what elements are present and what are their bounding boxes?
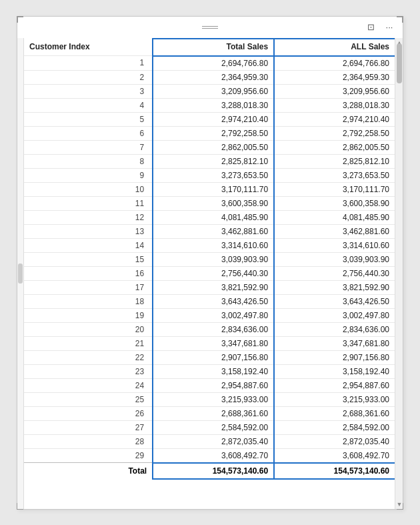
- table-row: 72,862,005.502,862,005.50: [24, 140, 395, 154]
- cell-total-sales: 2,907,156.80: [153, 350, 274, 364]
- table-row: 22,364,959.302,364,959.30: [24, 70, 395, 84]
- cell-total-sales: 2,825,812.10: [153, 154, 274, 168]
- cell-all-sales: 2,694,766.80: [274, 56, 395, 71]
- table-row: 293,608,492.703,608,492.70: [24, 448, 395, 463]
- table-row: 133,462,881.603,462,881.60: [24, 224, 395, 238]
- cell-all-sales: 3,002,497.80: [274, 308, 395, 322]
- table-row: 52,974,210.402,974,210.40: [24, 112, 395, 126]
- table-row: 124,081,485.904,081,485.90: [24, 210, 395, 224]
- table-row: 82,825,812.102,825,812.10: [24, 154, 395, 168]
- footer-all-sales: 154,573,140.60: [274, 463, 395, 479]
- cell-total-sales: 3,273,653.50: [153, 168, 274, 182]
- table-row: 262,688,361.602,688,361.60: [24, 406, 395, 420]
- cell-index: 10: [24, 182, 153, 196]
- cell-total-sales: 2,974,210.40: [153, 112, 274, 126]
- more-options-icon[interactable]: ···: [383, 21, 396, 34]
- cell-total-sales: 3,158,192.40: [153, 364, 274, 378]
- table-row: 62,792,258.502,792,258.50: [24, 126, 395, 140]
- cell-total-sales: 3,215,933.00: [153, 392, 274, 406]
- cell-index: 1: [24, 56, 153, 71]
- scroll-down-icon[interactable]: ▼: [396, 501, 403, 508]
- vertical-scrollbar[interactable]: ▲ ▼: [395, 38, 403, 509]
- table-row: 272,584,592.002,584,592.00: [24, 420, 395, 434]
- cell-all-sales: 3,821,592.90: [274, 280, 395, 294]
- cell-total-sales: 3,608,492.70: [153, 448, 274, 463]
- cell-index: 5: [24, 112, 153, 126]
- cell-all-sales: 2,862,005.50: [274, 140, 395, 154]
- cell-all-sales: 2,834,636.00: [274, 322, 395, 336]
- cell-total-sales: 4,081,485.90: [153, 210, 274, 224]
- cell-index: 12: [24, 210, 153, 224]
- cell-all-sales: 3,158,192.40: [274, 364, 395, 378]
- cell-total-sales: 3,002,497.80: [153, 308, 274, 322]
- cell-index: 9: [24, 168, 153, 182]
- cell-index: 21: [24, 336, 153, 350]
- table-row: 233,158,192.403,158,192.40: [24, 364, 395, 378]
- cell-all-sales: 3,209,956.60: [274, 84, 395, 98]
- cell-index: 2: [24, 70, 153, 84]
- table-row: 173,821,592.903,821,592.90: [24, 280, 395, 294]
- table-row: 222,907,156.802,907,156.80: [24, 350, 395, 364]
- cell-index: 23: [24, 364, 153, 378]
- cell-all-sales: 2,825,812.10: [274, 154, 395, 168]
- toolbar-actions: ⊡ ···: [364, 21, 396, 34]
- cell-all-sales: 2,364,959.30: [274, 70, 395, 84]
- cell-total-sales: 2,584,592.00: [153, 420, 274, 434]
- cell-total-sales: 3,288,018.30: [153, 98, 274, 112]
- table-row: 103,170,111.703,170,111.70: [24, 182, 395, 196]
- toolbar: ⊡ ···: [17, 17, 403, 38]
- cell-all-sales: 3,273,653.50: [274, 168, 395, 182]
- cell-all-sales: 3,039,903.90: [274, 252, 395, 266]
- drag-handle[interactable]: [201, 26, 219, 29]
- cell-all-sales: 2,756,440.30: [274, 266, 395, 280]
- data-table: Customer Index Total Sales ALL Sales 12,…: [24, 38, 396, 480]
- drag-handle-area[interactable]: [201, 26, 219, 29]
- cell-index: 29: [24, 448, 153, 463]
- cell-total-sales: 2,834,636.00: [153, 322, 274, 336]
- cell-all-sales: 2,688,361.60: [274, 406, 395, 420]
- cell-index: 4: [24, 98, 153, 112]
- scroll-thumb[interactable]: [397, 43, 402, 83]
- cell-total-sales: 2,954,887.60: [153, 378, 274, 392]
- table-row: 202,834,636.002,834,636.00: [24, 322, 395, 336]
- expand-icon[interactable]: ⊡: [364, 21, 377, 34]
- cell-all-sales: 3,314,610.60: [274, 238, 395, 252]
- cell-total-sales: 3,039,903.90: [153, 252, 274, 266]
- cell-index: 20: [24, 322, 153, 336]
- table-row: 282,872,035.402,872,035.40: [24, 434, 395, 448]
- cell-total-sales: 2,756,440.30: [153, 266, 274, 280]
- table-row: 143,314,610.603,314,610.60: [24, 238, 395, 252]
- cell-index: 25: [24, 392, 153, 406]
- table-footer-row: Total 154,573,140.60 154,573,140.60: [24, 463, 395, 479]
- cell-all-sales: 2,584,592.00: [274, 420, 395, 434]
- cell-all-sales: 4,081,485.90: [274, 210, 395, 224]
- cell-all-sales: 2,974,210.40: [274, 112, 395, 126]
- cell-all-sales: 3,170,111.70: [274, 182, 395, 196]
- cell-index: 19: [24, 308, 153, 322]
- footer-label: Total: [24, 463, 153, 479]
- cell-all-sales: 2,792,258.50: [274, 126, 395, 140]
- cell-total-sales: 3,462,881.60: [153, 224, 274, 238]
- cell-total-sales: 2,872,035.40: [153, 434, 274, 448]
- cell-index: 13: [24, 224, 153, 238]
- table-row: 93,273,653.503,273,653.50: [24, 168, 395, 182]
- cell-index: 14: [24, 238, 153, 252]
- cell-index: 17: [24, 280, 153, 294]
- cell-index: 11: [24, 196, 153, 210]
- table-row: 43,288,018.303,288,018.30: [24, 98, 395, 112]
- cell-all-sales: 2,954,887.60: [274, 378, 395, 392]
- table-container: Customer Index Total Sales ALL Sales 12,…: [17, 38, 403, 509]
- main-panel: ⊡ ··· Customer Index Total Sales ALL Sal…: [17, 16, 403, 510]
- left-resize-handle[interactable]: [17, 38, 24, 509]
- col-header-all-sales: ALL Sales: [274, 39, 395, 56]
- cell-index: 18: [24, 294, 153, 308]
- table-row: 253,215,933.003,215,933.00: [24, 392, 395, 406]
- cell-all-sales: 3,643,426.50: [274, 294, 395, 308]
- cell-total-sales: 2,688,361.60: [153, 406, 274, 420]
- cell-all-sales: 2,907,156.80: [274, 350, 395, 364]
- table-header-row: Customer Index Total Sales ALL Sales: [24, 39, 395, 56]
- cell-all-sales: 3,462,881.60: [274, 224, 395, 238]
- table-row: 33,209,956.603,209,956.60: [24, 84, 395, 98]
- drag-line-2: [202, 28, 218, 29]
- table-row: 183,643,426.503,643,426.50: [24, 294, 395, 308]
